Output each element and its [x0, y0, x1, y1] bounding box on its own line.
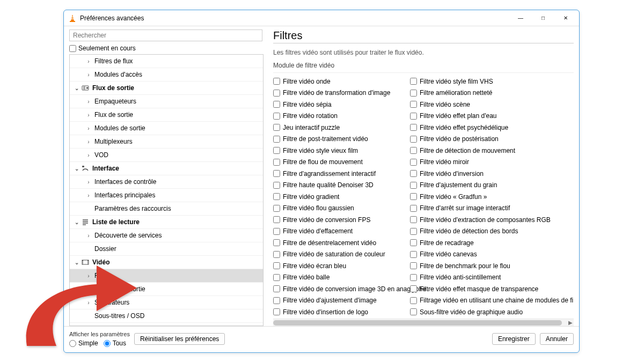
filter-checkbox[interactable]: Filtre vidéo anti-scintillement [410, 272, 566, 283]
checkbox-input[interactable] [410, 228, 417, 235]
filter-checkbox[interactable]: Filtre haute qualité Denoiser 3D [273, 180, 410, 191]
cancel-button[interactable]: Annuler [540, 333, 574, 345]
checkbox-input[interactable] [273, 159, 280, 166]
checkbox-input[interactable] [410, 182, 417, 189]
tree-item[interactable]: ›Modules d'accès [70, 68, 263, 82]
category-tree[interactable]: ›Filtres de flux›Modules d'accès⌄Flux de… [69, 54, 264, 326]
filter-checkbox[interactable]: Filtre vidéo écran bleu [273, 261, 410, 271]
filter-checkbox[interactable]: Filtre de désentrelacement vidéo [273, 238, 410, 248]
checkbox-input[interactable] [410, 136, 417, 143]
checkbox-input[interactable] [273, 251, 280, 258]
tree-item[interactable]: ›VOD [70, 149, 263, 162]
filter-checkbox[interactable]: Filtre d'arrêt sur image interactif [410, 203, 566, 214]
tree-item[interactable]: ›Multiplexeurs [70, 135, 263, 149]
reset-button[interactable]: Réinitialiser les préférences [134, 333, 225, 345]
checkbox-input[interactable] [410, 308, 417, 315]
checkbox-input[interactable] [273, 170, 280, 177]
tree-category[interactable]: ⌄Interface [70, 162, 263, 175]
filter-checkbox[interactable]: Filtre vidéo de postérisation [410, 134, 566, 145]
filter-checkbox[interactable]: Filtre d'ajustement du grain [410, 180, 566, 191]
tree-category[interactable]: ⌄Liste de lecture [70, 216, 263, 229]
checkbox-input[interactable] [410, 251, 417, 258]
tree-item[interactable]: Dossier [70, 242, 263, 256]
filter-checkbox[interactable]: Filtre vidéo d'inversion [410, 168, 566, 179]
filter-checkbox[interactable]: Filtre vidéo effet plan d'eau [410, 111, 566, 122]
checkbox-input[interactable] [410, 147, 417, 154]
filter-checkbox[interactable]: Filtre vidéo de saturation de couleur [273, 249, 410, 260]
checkbox-input[interactable] [273, 78, 280, 85]
filter-checkbox[interactable]: Filtre vidéo onde [273, 76, 410, 87]
checkbox-input[interactable] [273, 239, 280, 246]
only-current-checkbox[interactable] [69, 45, 76, 52]
maximize-button[interactable]: □ [532, 11, 554, 26]
tree-item[interactable]: Sous-titres / OSD [70, 309, 263, 323]
tree-category[interactable]: ⌄Vidéo [70, 256, 263, 269]
tree-item[interactable]: ›Filtres [70, 269, 263, 283]
checkbox-input[interactable] [273, 182, 280, 189]
checkbox-input[interactable] [273, 205, 280, 212]
filter-checkbox[interactable]: Filtre vidéo style film VHS [410, 76, 566, 87]
checkbox-input[interactable] [410, 274, 417, 281]
filter-checkbox[interactable]: Filtrage vidéo en utilisant une chaine d… [410, 295, 566, 306]
checkbox-input[interactable] [410, 205, 417, 212]
filter-checkbox[interactable]: Filtre vidéo style vieux film [273, 145, 410, 156]
filter-checkbox[interactable]: Filtre vidéo effet masque de transparenc… [410, 284, 566, 294]
checkbox-input[interactable] [410, 262, 417, 269]
filter-checkbox[interactable]: Filtre vidéo de conversion image 3D en a… [273, 284, 410, 294]
filter-checkbox[interactable]: Jeu interactif puzzle [273, 122, 410, 133]
search-input[interactable] [69, 29, 262, 41]
checkbox-input[interactable] [273, 113, 280, 120]
filter-checkbox[interactable]: Filtre de flou de mouvement [273, 157, 410, 168]
checkbox-input[interactable] [273, 308, 280, 315]
tree-item[interactable]: ›Filtres de flux [70, 55, 263, 68]
filter-checkbox[interactable]: Filtre de détection de mouvement [410, 145, 566, 156]
filter-checkbox[interactable]: Filtre vidéo gradient [273, 191, 410, 202]
filter-checkbox[interactable]: Filtre vidéo d'effacement [273, 226, 410, 237]
checkbox-input[interactable] [410, 193, 417, 200]
checkbox-input[interactable] [273, 136, 280, 143]
filter-checkbox[interactable]: Filtre d'agrandissement interactif [273, 168, 410, 179]
horizontal-scrollbar[interactable]: ▶ [273, 319, 574, 326]
tree-item[interactable]: Paramètres des raccourcis [70, 202, 263, 216]
minimize-button[interactable]: — [509, 11, 532, 26]
filter-checkbox[interactable]: Filtre vidéo flou gaussien [273, 203, 410, 214]
checkbox-input[interactable] [273, 262, 280, 269]
radio-simple[interactable]: Simple [69, 339, 98, 347]
filter-checkbox[interactable]: Filtre de recadrage [410, 238, 566, 248]
tree-category[interactable]: ⌄Flux de sortie [70, 82, 263, 95]
filter-checkbox[interactable]: Filtre vidéo sépia [273, 99, 410, 110]
checkbox-input[interactable] [273, 90, 280, 97]
filter-checkbox[interactable]: Filtre vidéo d'insertion de logo [273, 307, 410, 316]
tree-item[interactable]: ›Séparateurs [70, 296, 263, 309]
tree-item[interactable]: ›Interfaces de contrôle [70, 175, 263, 189]
checkbox-input[interactable] [410, 78, 417, 85]
checkbox-input[interactable] [410, 297, 417, 304]
filter-checkbox[interactable]: Filtre amélioration netteté [410, 88, 566, 99]
checkbox-input[interactable] [273, 193, 280, 200]
filter-checkbox[interactable]: Filtre vidéo de détection des bords [410, 226, 566, 237]
checkbox-input[interactable] [410, 113, 417, 120]
filter-checkbox[interactable]: Filtre vidéo miroir [410, 157, 566, 168]
checkbox-input[interactable] [273, 297, 280, 304]
filter-checkbox[interactable]: Filtre vidéo canevas [410, 249, 566, 260]
checkbox-input[interactable] [273, 124, 280, 131]
tree-item[interactable]: ›Modules de sortie [70, 283, 263, 296]
checkbox-input[interactable] [410, 170, 417, 177]
checkbox-input[interactable] [273, 274, 280, 281]
checkbox-input[interactable] [273, 101, 280, 108]
filter-checkbox[interactable]: Filtre vidéo d'ajustement d'image [273, 295, 410, 306]
close-button[interactable]: ✕ [554, 11, 577, 26]
checkbox-input[interactable] [410, 101, 417, 108]
filter-checkbox[interactable]: Filtre vidéo balle [273, 272, 410, 283]
checkbox-input[interactable] [273, 285, 280, 292]
filter-checkbox[interactable]: Filtre vidéo de transformation d'image [273, 88, 410, 99]
filter-checkbox[interactable]: Filtre de benchmark pour le flou [410, 261, 566, 271]
checkbox-input[interactable] [410, 124, 417, 131]
filter-checkbox[interactable]: Filtre vidéo d'extraction de composantes… [410, 215, 566, 225]
checkbox-input[interactable] [410, 216, 417, 223]
checkbox-input[interactable] [273, 147, 280, 154]
filter-checkbox[interactable]: Filtre de post-traitement vidéo [273, 134, 410, 145]
filter-checkbox[interactable]: Filtre vidéo rotation [273, 111, 410, 122]
tree-item[interactable]: ›Empaqueteurs [70, 95, 263, 108]
checkbox-input[interactable] [273, 228, 280, 235]
